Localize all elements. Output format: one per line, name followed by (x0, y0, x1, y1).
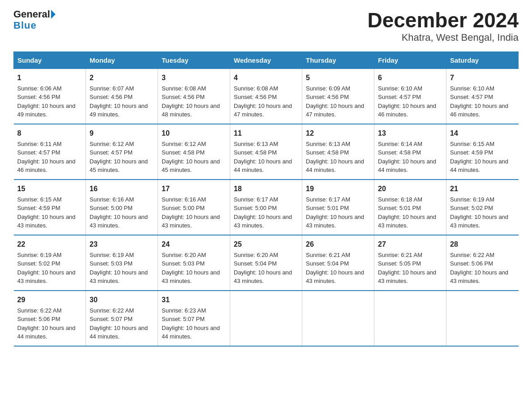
calendar-body: 1Sunrise: 6:06 AMSunset: 4:56 PMDaylight… (14, 68, 519, 346)
day-number: 2 (90, 73, 154, 83)
day-info: Sunrise: 6:07 AMSunset: 4:56 PMDaylight:… (90, 85, 148, 118)
week-row-1: 1Sunrise: 6:06 AMSunset: 4:56 PMDaylight… (14, 68, 519, 124)
day-info: Sunrise: 6:08 AMSunset: 4:56 PMDaylight:… (162, 85, 220, 118)
day-info: Sunrise: 6:13 AMSunset: 4:58 PMDaylight:… (306, 141, 364, 174)
day-info: Sunrise: 6:19 AMSunset: 5:02 PMDaylight:… (450, 196, 508, 229)
header-cell-monday: Monday (86, 51, 158, 68)
calendar-cell: 26Sunrise: 6:21 AMSunset: 5:04 PMDayligh… (302, 235, 374, 291)
day-info: Sunrise: 6:15 AMSunset: 4:59 PMDaylight:… (450, 141, 508, 174)
calendar-cell (374, 291, 446, 346)
day-info: Sunrise: 6:18 AMSunset: 5:01 PMDaylight:… (378, 196, 436, 229)
day-number: 31 (162, 295, 226, 305)
page-header: General Blue December 2024 Khatra, West … (13, 9, 519, 43)
title-block: December 2024 Khatra, West Bengal, India (367, 9, 519, 43)
calendar-cell: 20Sunrise: 6:18 AMSunset: 5:01 PMDayligh… (374, 180, 446, 235)
calendar-cell: 9Sunrise: 6:12 AMSunset: 4:57 PMDaylight… (86, 124, 158, 180)
day-number: 9 (90, 128, 154, 139)
day-info: Sunrise: 6:17 AMSunset: 5:00 PMDaylight:… (234, 196, 292, 229)
day-number: 17 (162, 184, 226, 194)
day-number: 7 (450, 73, 515, 83)
calendar-cell: 7Sunrise: 6:10 AMSunset: 4:57 PMDaylight… (446, 68, 519, 124)
day-number: 22 (17, 239, 82, 250)
logo-general: General (13, 9, 50, 20)
week-row-5: 29Sunrise: 6:22 AMSunset: 5:06 PMDayligh… (14, 291, 519, 346)
day-number: 10 (162, 128, 226, 139)
day-number: 3 (162, 73, 226, 83)
calendar-cell: 3Sunrise: 6:08 AMSunset: 4:56 PMDaylight… (158, 68, 230, 124)
day-info: Sunrise: 6:14 AMSunset: 4:58 PMDaylight:… (378, 141, 436, 174)
header-cell-tuesday: Tuesday (158, 51, 230, 68)
calendar-cell: 1Sunrise: 6:06 AMSunset: 4:56 PMDaylight… (14, 68, 86, 124)
calendar-cell: 16Sunrise: 6:16 AMSunset: 5:00 PMDayligh… (86, 180, 158, 235)
day-info: Sunrise: 6:19 AMSunset: 5:03 PMDaylight:… (90, 252, 148, 285)
day-info: Sunrise: 6:20 AMSunset: 5:03 PMDaylight:… (162, 252, 220, 285)
day-number: 12 (306, 128, 370, 139)
day-info: Sunrise: 6:22 AMSunset: 5:06 PMDaylight:… (17, 307, 76, 340)
day-number: 5 (306, 73, 370, 83)
calendar-cell: 30Sunrise: 6:22 AMSunset: 5:07 PMDayligh… (86, 291, 158, 346)
day-number: 8 (17, 128, 82, 139)
calendar-cell: 4Sunrise: 6:08 AMSunset: 4:56 PMDaylight… (230, 68, 302, 124)
day-info: Sunrise: 6:21 AMSunset: 5:04 PMDaylight:… (306, 252, 364, 285)
calendar-cell: 13Sunrise: 6:14 AMSunset: 4:58 PMDayligh… (374, 124, 446, 180)
header-cell-sunday: Sunday (14, 51, 86, 68)
day-number: 25 (234, 239, 298, 250)
week-row-4: 22Sunrise: 6:19 AMSunset: 5:02 PMDayligh… (14, 235, 519, 291)
day-number: 30 (90, 295, 154, 305)
day-info: Sunrise: 6:22 AMSunset: 5:06 PMDaylight:… (450, 252, 508, 285)
week-row-2: 8Sunrise: 6:11 AMSunset: 4:57 PMDaylight… (14, 124, 519, 180)
calendar-cell: 23Sunrise: 6:19 AMSunset: 5:03 PMDayligh… (86, 235, 158, 291)
calendar-cell: 28Sunrise: 6:22 AMSunset: 5:06 PMDayligh… (446, 235, 519, 291)
day-number: 28 (450, 239, 515, 250)
calendar-cell (230, 291, 302, 346)
day-info: Sunrise: 6:10 AMSunset: 4:57 PMDaylight:… (378, 85, 436, 118)
calendar-cell: 17Sunrise: 6:16 AMSunset: 5:00 PMDayligh… (158, 180, 230, 235)
day-info: Sunrise: 6:17 AMSunset: 5:01 PMDaylight:… (306, 196, 364, 229)
day-number: 15 (17, 184, 82, 194)
calendar-cell: 19Sunrise: 6:17 AMSunset: 5:01 PMDayligh… (302, 180, 374, 235)
calendar-cell: 5Sunrise: 6:09 AMSunset: 4:56 PMDaylight… (302, 68, 374, 124)
day-number: 24 (162, 239, 226, 250)
day-info: Sunrise: 6:06 AMSunset: 4:56 PMDaylight:… (17, 85, 76, 118)
day-info: Sunrise: 6:12 AMSunset: 4:58 PMDaylight:… (162, 141, 220, 174)
day-number: 1 (17, 73, 82, 83)
day-info: Sunrise: 6:10 AMSunset: 4:57 PMDaylight:… (450, 85, 508, 118)
calendar-cell (302, 291, 374, 346)
calendar-table: SundayMondayTuesdayWednesdayThursdayFrid… (13, 51, 519, 347)
calendar-subtitle: Khatra, West Bengal, India (367, 32, 519, 43)
logo-blue: Blue (13, 20, 37, 31)
day-number: 29 (17, 295, 82, 305)
calendar-cell: 10Sunrise: 6:12 AMSunset: 4:58 PMDayligh… (158, 124, 230, 180)
calendar-cell: 18Sunrise: 6:17 AMSunset: 5:00 PMDayligh… (230, 180, 302, 235)
calendar-cell: 25Sunrise: 6:20 AMSunset: 5:04 PMDayligh… (230, 235, 302, 291)
day-number: 16 (90, 184, 154, 194)
header-cell-thursday: Thursday (302, 51, 374, 68)
day-info: Sunrise: 6:12 AMSunset: 4:57 PMDaylight:… (90, 141, 148, 174)
day-number: 14 (450, 128, 515, 139)
day-number: 27 (378, 239, 442, 250)
header-cell-friday: Friday (374, 51, 446, 68)
day-info: Sunrise: 6:21 AMSunset: 5:05 PMDaylight:… (378, 252, 436, 285)
day-info: Sunrise: 6:20 AMSunset: 5:04 PMDaylight:… (234, 252, 292, 285)
day-number: 26 (306, 239, 370, 250)
header-cell-saturday: Saturday (446, 51, 519, 68)
calendar-cell (446, 291, 519, 346)
day-number: 6 (378, 73, 442, 83)
logo-arrow-icon (51, 10, 56, 19)
calendar-cell: 6Sunrise: 6:10 AMSunset: 4:57 PMDaylight… (374, 68, 446, 124)
day-info: Sunrise: 6:23 AMSunset: 5:07 PMDaylight:… (162, 307, 220, 340)
day-number: 23 (90, 239, 154, 250)
header-cell-wednesday: Wednesday (230, 51, 302, 68)
day-number: 20 (378, 184, 442, 194)
calendar-cell: 8Sunrise: 6:11 AMSunset: 4:57 PMDaylight… (14, 124, 86, 180)
calendar-cell: 24Sunrise: 6:20 AMSunset: 5:03 PMDayligh… (158, 235, 230, 291)
day-number: 18 (234, 184, 298, 194)
day-info: Sunrise: 6:19 AMSunset: 5:02 PMDaylight:… (17, 252, 76, 285)
day-number: 13 (378, 128, 442, 139)
calendar-cell: 21Sunrise: 6:19 AMSunset: 5:02 PMDayligh… (446, 180, 519, 235)
calendar-cell: 29Sunrise: 6:22 AMSunset: 5:06 PMDayligh… (14, 291, 86, 346)
calendar-cell: 11Sunrise: 6:13 AMSunset: 4:58 PMDayligh… (230, 124, 302, 180)
day-info: Sunrise: 6:22 AMSunset: 5:07 PMDaylight:… (90, 307, 148, 340)
day-number: 19 (306, 184, 370, 194)
calendar-cell: 31Sunrise: 6:23 AMSunset: 5:07 PMDayligh… (158, 291, 230, 346)
